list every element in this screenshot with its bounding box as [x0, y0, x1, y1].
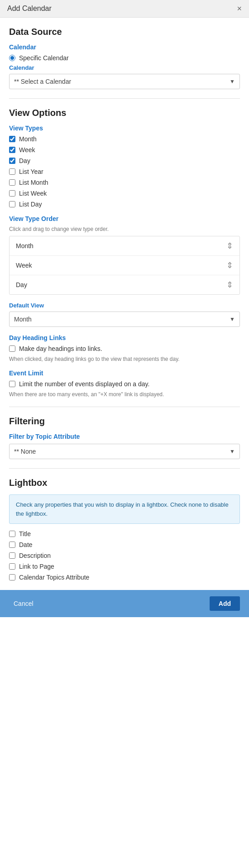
checkbox-listweek-label: List Week [19, 190, 47, 197]
drag-handle-month-icon[interactable]: ⇕ [226, 241, 233, 251]
checkbox-listyear[interactable] [9, 168, 15, 175]
checkbox-week[interactable] [9, 147, 15, 153]
view-type-order-helper: Click and drag to change view type order… [9, 226, 240, 232]
day-heading-links-label: Day Heading Links [9, 334, 240, 341]
filter-topic-select[interactable]: ** None [10, 444, 239, 459]
checkbox-listyear-label: List Year [19, 168, 43, 175]
lightbox-date-item: Date [9, 541, 240, 548]
event-limit-checkbox[interactable] [9, 381, 15, 387]
lightbox-date-checkbox[interactable] [9, 542, 15, 548]
view-types-label: View Types [9, 125, 240, 132]
checkbox-listday-item: List Day [9, 201, 240, 208]
lightbox-calendartopics-label: Calendar Topics Attribute [19, 574, 89, 581]
calendar-select-wrapper: ** Select a Calendar ▼ [9, 74, 240, 89]
calendar-select[interactable]: ** Select a Calendar [10, 74, 239, 89]
filter-topic-select-wrapper: ** None ▼ [9, 444, 240, 459]
lightbox-description-checkbox[interactable] [9, 552, 15, 559]
lightbox-section: Lightbox Check any properties that you w… [9, 478, 240, 581]
filter-by-topic-label: Filter by Topic Attribute [9, 433, 240, 440]
lightbox-calendartopics-checkbox[interactable] [9, 574, 15, 580]
default-view-select[interactable]: Month Week Day [10, 312, 239, 326]
day-heading-links-checkbox-item: Make day headings into links. [9, 345, 240, 352]
close-button[interactable]: × [237, 5, 242, 13]
data-source-section: Data Source Calendar Specific Calendar C… [9, 27, 240, 89]
checkbox-listmonth[interactable] [9, 179, 15, 186]
order-item-month[interactable]: Month ⇕ [10, 236, 239, 256]
checkbox-listmonth-label: List Month [19, 179, 48, 186]
footer-bar: Cancel Add [0, 590, 249, 617]
checkbox-day-label: Day [19, 157, 30, 164]
day-heading-links-checkbox[interactable] [9, 345, 15, 352]
default-view-label: Default View [9, 302, 240, 309]
specific-calendar-radio-item: Specific Calendar [9, 54, 240, 62]
checkbox-listday-label: List Day [19, 201, 42, 208]
view-options-section: View Options View Types Month Week Day L… [9, 108, 240, 398]
lightbox-linktopage-checkbox[interactable] [9, 563, 15, 570]
add-button[interactable]: Add [210, 596, 240, 611]
event-limit-label: Event Limit [9, 369, 240, 377]
lightbox-date-label: Date [19, 541, 33, 548]
lightbox-linktopage-label: Link to Page [19, 563, 54, 570]
dialog-title: Add Calendar [7, 5, 52, 13]
data-source-title: Data Source [9, 27, 240, 37]
checkbox-month[interactable] [9, 136, 15, 142]
main-content: Data Source Calendar Specific Calendar C… [0, 18, 249, 581]
lightbox-info-box: Check any properties that you wish to di… [9, 494, 240, 524]
view-type-order-list: Month ⇕ Week ⇕ Day ⇕ [9, 236, 240, 295]
drag-handle-day-icon[interactable]: ⇕ [226, 280, 233, 290]
checkbox-day-item: Day [9, 157, 240, 164]
event-limit-helper: When there are too many events, an "+X m… [9, 391, 240, 398]
day-heading-links-helper: When clicked, day heading links go to th… [9, 356, 240, 362]
order-item-day[interactable]: Day ⇕ [10, 275, 239, 294]
divider-3 [9, 468, 240, 469]
view-type-order-label: View Type Order [9, 215, 240, 222]
lightbox-title: Lightbox [9, 478, 240, 488]
lightbox-title-label: Title [19, 530, 31, 537]
order-item-month-label: Month [16, 242, 34, 249]
divider-1 [9, 98, 240, 99]
checkbox-listyear-item: List Year [9, 168, 240, 175]
specific-calendar-label: Specific Calendar [19, 54, 69, 62]
lightbox-linktopage-item: Link to Page [9, 563, 240, 570]
event-limit-checkbox-item: Limit the number of events displayed on … [9, 380, 240, 388]
lightbox-title-item: Title [9, 530, 240, 537]
order-item-day-label: Day [16, 281, 27, 288]
drag-handle-week-icon[interactable]: ⇕ [226, 260, 233, 270]
checkbox-listweek[interactable] [9, 190, 15, 197]
default-view-select-wrapper: Month Week Day ▼ [9, 312, 240, 327]
day-heading-links-checkbox-label: Make day headings into links. [19, 345, 102, 352]
lightbox-calendartopics-item: Calendar Topics Attribute [9, 574, 240, 581]
checkbox-day[interactable] [9, 158, 15, 164]
lightbox-info-text: Check any properties that you wish to di… [16, 501, 229, 517]
filtering-section: Filtering Filter by Topic Attribute ** N… [9, 416, 240, 459]
checkbox-month-item: Month [9, 135, 240, 143]
event-limit-checkbox-label: Limit the number of events displayed on … [19, 380, 149, 388]
order-item-week[interactable]: Week ⇕ [10, 256, 239, 275]
checkbox-listmonth-item: List Month [9, 179, 240, 186]
checkbox-listday[interactable] [9, 201, 15, 207]
calendar-subsection-label: Calendar [9, 43, 240, 51]
order-item-week-label: Week [16, 262, 32, 269]
calendar-field-label: Calendar [9, 64, 240, 71]
cancel-button[interactable]: Cancel [9, 597, 38, 610]
lightbox-description-item: Description [9, 552, 240, 559]
checkbox-listweek-item: List Week [9, 190, 240, 197]
checkbox-week-label: Week [19, 146, 35, 153]
title-bar: Add Calendar × [0, 0, 249, 18]
specific-calendar-radio[interactable] [9, 55, 15, 61]
filtering-title: Filtering [9, 416, 240, 427]
checkbox-week-item: Week [9, 146, 240, 153]
lightbox-title-checkbox[interactable] [9, 531, 15, 537]
divider-2 [9, 407, 240, 407]
view-options-title: View Options [9, 108, 240, 118]
checkbox-month-label: Month [19, 135, 37, 143]
lightbox-description-label: Description [19, 552, 51, 559]
